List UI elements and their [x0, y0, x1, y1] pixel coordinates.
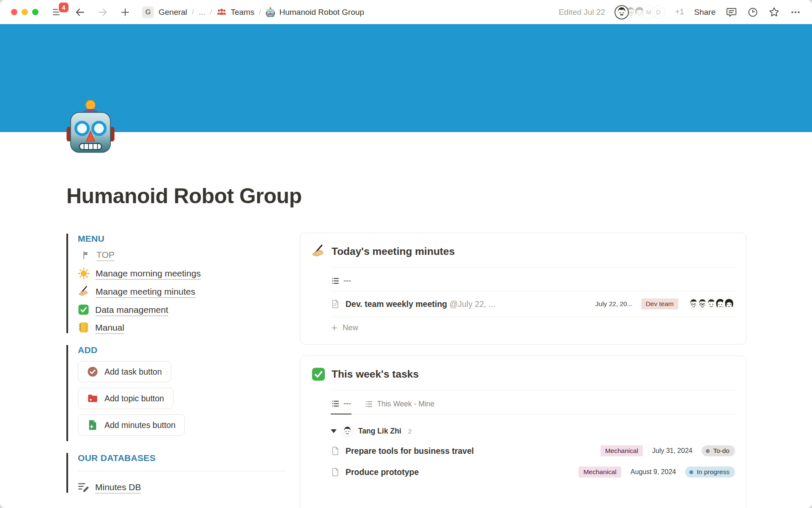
breadcrumb-page[interactable]: Humanoid Robot Group	[266, 7, 364, 17]
forward-button[interactable]	[97, 7, 108, 18]
menu-link-label: Manual	[95, 323, 124, 333]
category-tag: Mechanical	[601, 445, 643, 456]
status-dot	[706, 449, 710, 453]
databases-heading: OUR DATABASES	[78, 453, 286, 463]
meeting-title-text: Dev. team weekly meeting	[346, 299, 447, 309]
page-title: Humanoid Robot Group	[0, 132, 812, 208]
close-window-button[interactable]	[11, 9, 17, 15]
people-icon	[217, 7, 227, 17]
add-task-label: Add task button	[104, 367, 162, 377]
menu-link-meeting-minutes[interactable]: Manage meeting minutes	[78, 286, 286, 298]
task-title: Prepare tools for business travel	[346, 446, 474, 456]
databases-section: OUR DATABASES Minutes DB	[66, 453, 286, 493]
add-minutes-label: Add minutes button	[104, 420, 176, 430]
page-icon	[331, 467, 340, 477]
add-minutes-button[interactable]: Add minutes button	[78, 414, 185, 436]
favorite-button[interactable]	[768, 6, 780, 18]
menu-link-morning-meetings[interactable]: Manage morning meetings	[78, 268, 286, 279]
zoom-window-button[interactable]	[32, 9, 38, 15]
cover-banner[interactable]	[0, 24, 812, 132]
ledger-icon	[78, 322, 89, 333]
task-row[interactable]: Prepare tools for business travel Mechan…	[331, 440, 735, 461]
history-button[interactable]	[747, 7, 758, 18]
attendee-avatar-stack	[688, 298, 735, 310]
add-heading: ADD	[78, 345, 286, 355]
meeting-title: Dev. team weekly meeting @July 22, ...	[346, 299, 495, 309]
view-tab-label: ---	[343, 276, 351, 285]
task-check-icon	[87, 366, 98, 377]
share-button[interactable]: Share	[694, 8, 716, 17]
menu-link-label: Manage morning meetings	[96, 268, 201, 279]
workspace-chip[interactable]: G	[142, 6, 154, 18]
avatar	[342, 425, 353, 437]
minutes-db-link[interactable]: Minutes DB	[78, 481, 286, 493]
edited-timestamp: Edited Jul 22	[559, 8, 605, 17]
status-dot	[689, 470, 693, 474]
app-window: 4	[0, 0, 812, 508]
breadcrumb-ellipsis[interactable]: ...	[199, 8, 206, 17]
new-row-button[interactable]: New	[331, 317, 735, 334]
menu-link-data-management[interactable]: Data management	[78, 304, 286, 315]
task-row[interactable]: Produce prototype Mechanical August 9, 2…	[331, 461, 735, 483]
chevron-down-icon[interactable]	[331, 429, 337, 433]
view-tab-default[interactable]: ---	[331, 273, 351, 291]
group-header-row[interactable]: Tang Lik Zhi 2	[331, 422, 735, 440]
comments-button[interactable]	[726, 6, 737, 18]
menu-link-label: TOP	[96, 250, 115, 260]
breadcrumb-page-label: Humanoid Robot Group	[279, 8, 364, 17]
divider	[331, 267, 735, 268]
avatar	[723, 298, 735, 310]
more-options-button[interactable]	[790, 7, 801, 18]
list-view-icon	[332, 277, 340, 285]
meeting-minutes-card: Today's meeting minutes ---	[300, 233, 746, 345]
status-label: To-do	[713, 447, 730, 455]
new-tab-button[interactable]	[120, 7, 130, 17]
back-button[interactable]	[74, 7, 85, 18]
group-name: Tang Lik Zhi	[358, 427, 401, 436]
flag-icon	[82, 251, 91, 260]
breadcrumb-general[interactable]: General	[159, 8, 187, 17]
breadcrumb-teams[interactable]: Teams	[217, 7, 254, 17]
sidebar-toggle-button[interactable]: 4	[52, 7, 63, 17]
list-pencil-icon	[78, 481, 89, 493]
view-tab-this-week-mine[interactable]: This Week - Mine	[364, 395, 435, 414]
dev-team-tag: Dev team	[641, 298, 678, 309]
meeting-date-mention: @July 22, ...	[450, 299, 496, 309]
divider	[78, 471, 286, 471]
breadcrumb-separator: /	[192, 8, 194, 17]
new-row-label: New	[343, 323, 358, 332]
category-tag: Mechanical	[579, 467, 621, 478]
status-badge: In progress	[685, 467, 735, 478]
page-icon	[331, 446, 340, 456]
divider	[331, 390, 735, 390]
avatar-overflow-count[interactable]: +1	[675, 8, 684, 17]
meeting-date-property: July 22, 20...	[595, 300, 633, 308]
plus-icon	[120, 7, 130, 17]
writing-hand-icon	[311, 244, 326, 259]
add-topic-button[interactable]: Add topic button	[78, 388, 173, 409]
add-task-button[interactable]: Add task button	[78, 361, 171, 382]
add-section: ADD Add task button	[66, 345, 286, 441]
forward-arrow-icon	[97, 7, 108, 18]
breadcrumb: G General / ... / Teams /	[142, 6, 364, 18]
menu-link-manual[interactable]: Manual	[78, 322, 286, 333]
status-label: In progress	[697, 468, 730, 476]
ellipsis-icon	[790, 7, 801, 18]
writing-hand-icon	[78, 286, 90, 298]
view-tab-default[interactable]: ---	[331, 395, 351, 414]
minimize-window-button[interactable]	[22, 9, 28, 15]
presence-avatar-stack[interactable]: M D	[615, 6, 665, 19]
meeting-row[interactable]: Dev. team weekly meeting @July 22, ... J…	[331, 291, 735, 317]
notification-badge: 4	[59, 3, 69, 12]
page-robot-icon[interactable]	[66, 99, 115, 155]
due-date: August 9, 2024	[631, 468, 676, 476]
menu-link-top[interactable]: TOP	[78, 250, 286, 260]
card-title: Today's meeting minutes	[332, 246, 455, 257]
comment-icon	[726, 6, 737, 18]
sun-icon	[78, 268, 90, 279]
menu-link-label: Data management	[95, 305, 168, 315]
breadcrumb-teams-label: Teams	[230, 8, 254, 17]
green-check-icon	[78, 304, 89, 315]
view-tab-label: This Week - Mine	[377, 400, 434, 409]
minutes-db-label: Minutes DB	[95, 482, 141, 492]
